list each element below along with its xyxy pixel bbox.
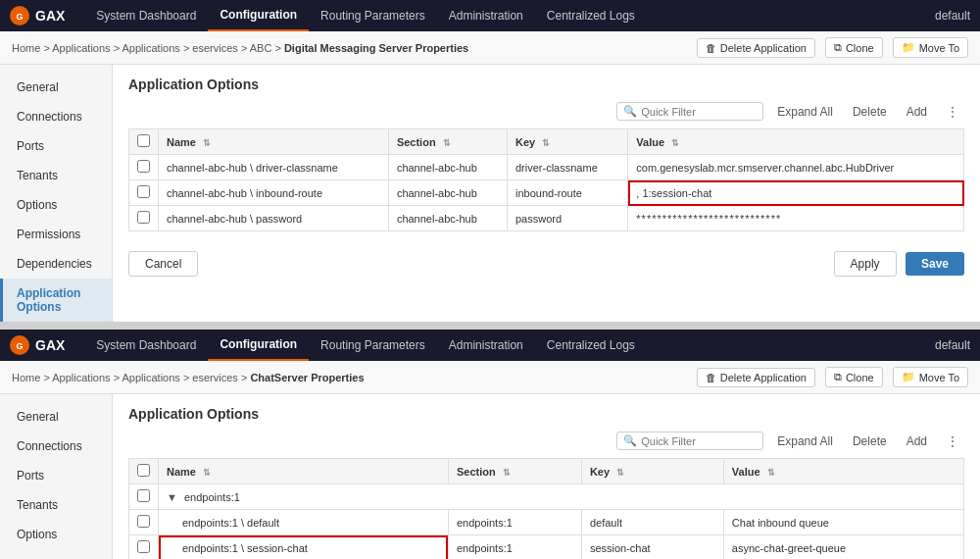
sidebar-dependencies-1[interactable]: Dependencies	[0, 249, 112, 279]
nav-routing-2[interactable]: Routing Parameters	[309, 330, 437, 361]
nav-administration-2[interactable]: Administration	[437, 330, 535, 361]
group-row-label: ▼ endpoints:1	[159, 484, 964, 510]
table-row: endpoints:1 \ session-chat endpoints:1 s…	[129, 535, 964, 560]
expand-all-btn-1[interactable]: Expand All	[771, 103, 839, 121]
sidebar-app-options-1[interactable]: Application Options	[0, 279, 112, 322]
breadcrumb-bar-1: Home > Applications > Applications > ese…	[0, 31, 980, 65]
more-btn-1[interactable]: ⋮	[941, 103, 964, 121]
th-checkbox-2	[129, 459, 159, 484]
svg-text:G: G	[16, 341, 23, 351]
logo-icon-2: G	[10, 335, 29, 355]
nav-routing-1[interactable]: Routing Parameters	[309, 0, 437, 31]
th-section-1: Section ⇅	[388, 129, 507, 155]
cancel-button-1[interactable]: Cancel	[128, 251, 198, 277]
th-key-2: Key ⇅	[581, 459, 723, 484]
move-to-btn-1[interactable]: 📁 Move To	[893, 37, 968, 58]
th-key-1: Key ⇅	[508, 129, 628, 155]
clone-icon-1: ⧉	[834, 41, 842, 54]
delete-application-btn-1[interactable]: 🗑 Delete Application	[697, 38, 815, 58]
delete-application-btn-2[interactable]: 🗑 Delete Application	[697, 368, 815, 387]
breadcrumb-bar-2: Home > Applications > Applications > ese…	[0, 361, 980, 394]
row-name-2-1: endpoints:1 \ session-chat	[159, 535, 449, 560]
group-row: ▼ endpoints:1	[129, 484, 964, 510]
sidebar-options-1[interactable]: Options	[0, 190, 112, 220]
row-key-1-2: password	[508, 206, 628, 231]
expand-all-btn-2[interactable]: Expand All	[771, 432, 839, 450]
row-value-2-1: async-chat-greet-queue	[723, 535, 963, 560]
default-label-2: default	[935, 338, 970, 352]
nav-logs-2[interactable]: Centralized Logs	[535, 330, 647, 361]
footer-actions-1: Cancel Apply Save	[128, 243, 964, 277]
more-btn-2[interactable]: ⋮	[941, 432, 964, 450]
logo-2[interactable]: G GAX	[10, 335, 65, 355]
sidebar-2: General Connections Ports Tenants Option…	[0, 394, 113, 559]
row-value-1-1: , 1:session-chat	[628, 180, 964, 206]
group-row-checkbox	[129, 484, 159, 510]
nav-system-dashboard-2[interactable]: System Dashboard	[84, 330, 208, 361]
sidebar-permissions-1[interactable]: Permissions	[0, 220, 112, 249]
th-value-2: Value ⇅	[723, 459, 963, 484]
breadcrumb-actions-2: 🗑 Delete Application ⧉ Clone 📁 Move To	[697, 367, 968, 387]
quick-filter-wrap-1: 🔍	[616, 102, 763, 121]
top-nav-1: G GAX System Dashboard Configuration Rou…	[0, 0, 980, 31]
content-area-2: Application Options 🔍 Expand All Delete …	[113, 394, 980, 559]
sidebar-connections-2[interactable]: Connections	[0, 432, 112, 461]
sidebar-permissions-2[interactable]: Permissions	[0, 549, 112, 559]
quick-filter-input-2[interactable]	[641, 435, 759, 447]
th-value-1: Value ⇅	[628, 129, 964, 155]
search-icon-2: 🔍	[623, 434, 637, 447]
nav-configuration-2[interactable]: Configuration	[208, 330, 309, 361]
sidebar-general-2[interactable]: General	[0, 402, 112, 432]
apply-button-1[interactable]: Apply	[834, 251, 897, 277]
row-name-1-1: channel-abc-hub \ inbound-route	[159, 180, 389, 206]
row-name-1-2: channel-abc-hub \ password	[159, 206, 389, 231]
logo-text-1: GAX	[35, 8, 65, 24]
sidebar-ports-1[interactable]: Ports	[0, 131, 112, 161]
row-checkbox-1-0	[129, 155, 159, 180]
collapse-icon[interactable]: ▼	[167, 491, 177, 503]
select-all-checkbox-1[interactable]	[137, 134, 150, 147]
sidebar-options-2[interactable]: Options	[0, 520, 112, 549]
row-name-1-0: channel-abc-hub \ driver-classname	[159, 155, 389, 180]
delete-btn-1[interactable]: Delete	[847, 103, 893, 121]
main-layout-1: General Connections Ports Tenants Option…	[0, 65, 980, 322]
save-button-1[interactable]: Save	[906, 252, 964, 276]
options-table-2: Name ⇅ Section ⇅ Key ⇅ Value ⇅ ▼ endpoin…	[128, 458, 964, 559]
clone-btn-1[interactable]: ⧉ Clone	[825, 37, 883, 58]
sidebar-tenants-1[interactable]: Tenants	[0, 161, 112, 190]
move-to-btn-2[interactable]: 📁 Move To	[893, 367, 968, 387]
table-toolbar-1: 🔍 Expand All Delete Add ⋮	[128, 102, 964, 121]
sidebar-connections-1[interactable]: Connections	[0, 102, 112, 131]
svg-text:G: G	[16, 12, 23, 22]
default-label-1: default	[935, 9, 970, 23]
sidebar-tenants-2[interactable]: Tenants	[0, 490, 112, 520]
breadcrumb-2: Home > Applications > Applications > ese…	[12, 372, 365, 383]
quick-filter-input-1[interactable]	[641, 106, 759, 118]
quick-filter-wrap-2: 🔍	[616, 432, 763, 450]
row-name-2-0: endpoints:1 \ default	[159, 510, 449, 535]
options-table-1: Name ⇅ Section ⇅ Key ⇅ Value ⇅ channel-a…	[128, 128, 964, 231]
logo-text-2: GAX	[35, 337, 65, 353]
add-btn-1[interactable]: Add	[901, 103, 933, 121]
select-all-checkbox-2[interactable]	[137, 464, 150, 477]
th-name-2: Name ⇅	[159, 459, 449, 484]
delete-btn-2[interactable]: Delete	[847, 432, 893, 450]
row-key-1-1: inbound-route	[508, 180, 628, 206]
sidebar-1: General Connections Ports Tenants Option…	[0, 65, 113, 322]
nav-system-dashboard-1[interactable]: System Dashboard	[84, 0, 208, 31]
add-btn-2[interactable]: Add	[901, 432, 933, 450]
logo-1[interactable]: G GAX	[10, 6, 65, 25]
section-title-2: Application Options	[128, 406, 964, 422]
row-section-2-1: endpoints:1	[448, 535, 581, 560]
content-area-1: Application Options 🔍 Expand All Delete …	[113, 65, 980, 322]
section-title-1: Application Options	[128, 76, 964, 92]
clone-icon-2: ⧉	[834, 371, 842, 383]
nav-administration-1[interactable]: Administration	[437, 0, 535, 31]
clone-btn-2[interactable]: ⧉ Clone	[825, 367, 883, 387]
row-value-2-0: Chat inbound queue	[723, 510, 963, 535]
sidebar-ports-2[interactable]: Ports	[0, 461, 112, 490]
breadcrumb-actions-1: 🗑 Delete Application ⧉ Clone 📁 Move To	[697, 37, 968, 58]
nav-configuration-1[interactable]: Configuration	[208, 0, 309, 31]
sidebar-general-1[interactable]: General	[0, 73, 112, 102]
nav-logs-1[interactable]: Centralized Logs	[535, 0, 647, 31]
